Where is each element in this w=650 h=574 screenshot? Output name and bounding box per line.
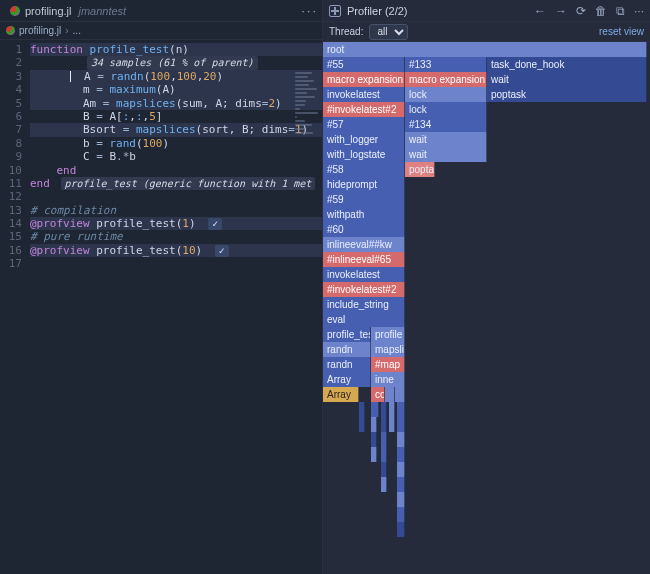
refresh-button[interactable]: ⟳ (576, 4, 586, 18)
flame-frame[interactable]: Array (323, 387, 359, 402)
flame-frame[interactable]: mapsli (371, 342, 405, 357)
flame-frame[interactable] (371, 417, 377, 432)
status-badge: ✓ (208, 218, 222, 230)
flame-frame[interactable] (397, 402, 405, 417)
flame-frame[interactable] (389, 417, 395, 432)
flame-frame[interactable]: withpath (323, 207, 405, 222)
chevron-right-icon: › (65, 25, 68, 36)
flame-frame[interactable] (397, 432, 405, 447)
flame-frame[interactable]: #map (371, 357, 405, 372)
flame-frame[interactable] (397, 522, 405, 537)
flame-frame[interactable]: #60 (323, 222, 405, 237)
flame-frame[interactable] (397, 462, 405, 477)
code-line: # compilation (30, 204, 322, 217)
flame-frame[interactable]: #invokelatest#2 (323, 102, 405, 117)
flame-frame[interactable]: eval (323, 312, 405, 327)
flame-frame[interactable]: with_logstate (323, 147, 405, 162)
flame-frame[interactable]: randn (323, 357, 371, 372)
code-line: m = maximum(A) (30, 83, 322, 96)
flame-frame[interactable]: wait (487, 72, 647, 87)
flame-frame[interactable] (359, 417, 365, 432)
flame-frame[interactable] (397, 477, 405, 492)
inline-result: profile_test (generic function with 1 me… (61, 177, 316, 190)
profiler-actions: ← → ⟳ 🗑 ⧉ ··· (534, 4, 644, 18)
flame-frame[interactable]: root (323, 42, 647, 57)
flame-frame[interactable]: #59 (323, 192, 405, 207)
flame-frame[interactable] (371, 447, 377, 462)
flame-frame[interactable]: wait (405, 147, 487, 162)
flame-frame[interactable]: #inlineeval#65 (323, 252, 405, 267)
code-area[interactable]: 123 456 789 101112 131415 1617 function … (0, 40, 322, 574)
flame-frame[interactable]: profile (371, 327, 405, 342)
flame-frame[interactable] (381, 402, 387, 417)
trash-button[interactable]: 🗑 (595, 4, 607, 18)
open-button[interactable]: ⧉ (616, 4, 625, 18)
flame-frame[interactable]: inne (371, 372, 405, 387)
editor-tab-file: profiling.jl (25, 5, 71, 17)
flame-frame[interactable]: #55 (323, 57, 405, 72)
flame-frame[interactable] (381, 447, 387, 462)
flame-frame[interactable]: randn (323, 342, 371, 357)
flame-frame[interactable] (397, 447, 405, 462)
reset-view-button[interactable]: reset view (599, 26, 644, 37)
flame-frame[interactable]: poptask (405, 162, 435, 177)
flame-frame[interactable] (381, 462, 387, 477)
flame-frame[interactable] (397, 492, 405, 507)
flame-frame[interactable]: lock (405, 102, 487, 117)
flame-frame[interactable] (359, 402, 365, 417)
code-line: function profile_test(n) (30, 43, 322, 56)
flame-frame[interactable]: invokelatest (323, 87, 405, 102)
flame-frame[interactable] (395, 387, 405, 402)
more-button[interactable]: ··· (634, 4, 644, 18)
julia-icon (6, 26, 15, 35)
flame-frame[interactable]: #134 (405, 117, 487, 132)
flame-graph[interactable]: root#55#133task_done_hookmacro expansion… (323, 42, 650, 574)
code-lines[interactable]: function profile_test(n) 34 samples (61 … (30, 40, 322, 574)
flame-frame[interactable]: #58 (323, 162, 405, 177)
flame-frame[interactable]: hideprompt (323, 177, 405, 192)
flame-frame[interactable]: lock (405, 87, 487, 102)
flame-frame[interactable]: co (371, 387, 385, 402)
code-line: # pure runtime (30, 230, 322, 243)
flame-frame[interactable]: #57 (323, 117, 405, 132)
flame-frame[interactable] (371, 432, 377, 447)
back-button[interactable]: ← (534, 4, 546, 18)
breadcrumb-file: profiling.jl (19, 25, 61, 36)
flame-frame[interactable]: #133 (405, 57, 487, 72)
flame-frame[interactable] (371, 402, 379, 417)
flame-frame[interactable]: invokelatest (323, 267, 405, 282)
flame-frame[interactable]: inlineeval##kw (323, 237, 405, 252)
flame-frame[interactable]: profile_test (323, 327, 371, 342)
flame-frame[interactable] (389, 402, 395, 417)
code-line: end (30, 164, 322, 177)
flame-frame[interactable] (381, 477, 387, 492)
flame-frame[interactable] (385, 387, 395, 402)
editor-tab-actions[interactable]: ··· (301, 3, 318, 18)
flame-frame[interactable] (381, 417, 387, 432)
code-line (30, 257, 322, 270)
editor-tab-workspace: jmanntest (78, 5, 126, 17)
profiler-toolbar: Thread: all reset view (323, 22, 650, 42)
breadcrumb[interactable]: profiling.jl › ... (0, 22, 322, 40)
code-line: @profview profile_test(10) ✓ (30, 244, 322, 257)
flame-frame[interactable]: wait (405, 132, 487, 147)
minimap[interactable] (292, 68, 322, 218)
flame-frame[interactable] (397, 507, 405, 522)
flame-frame[interactable]: task_done_hook (487, 57, 647, 72)
flame-frame[interactable]: include_string (323, 297, 405, 312)
flame-frame[interactable] (381, 432, 387, 447)
thread-select[interactable]: all (369, 24, 408, 40)
forward-button[interactable]: → (555, 4, 567, 18)
inline-hint: 34 samples (61 % of parent) (87, 56, 258, 69)
line-gutter: 123 456 789 101112 131415 1617 (0, 40, 30, 574)
flame-frame[interactable]: poptask (487, 87, 647, 102)
flame-frame[interactable]: #invokelatest#2 (323, 282, 405, 297)
flame-frame[interactable]: macro expansion (405, 72, 487, 87)
flame-frame[interactable]: Array (323, 372, 371, 387)
code-line: Bsort = mapslices(sort, B; dims=1) (30, 123, 322, 136)
flame-frame[interactable]: with_logger (323, 132, 405, 147)
flame-frame[interactable]: macro expansion (323, 72, 405, 87)
profiler-tab-bar: Profiler (2/2) ← → ⟳ 🗑 ⧉ ··· (323, 0, 650, 22)
flame-frame[interactable] (397, 417, 405, 432)
editor-tab[interactable]: profiling.jl jmanntest (4, 3, 132, 19)
